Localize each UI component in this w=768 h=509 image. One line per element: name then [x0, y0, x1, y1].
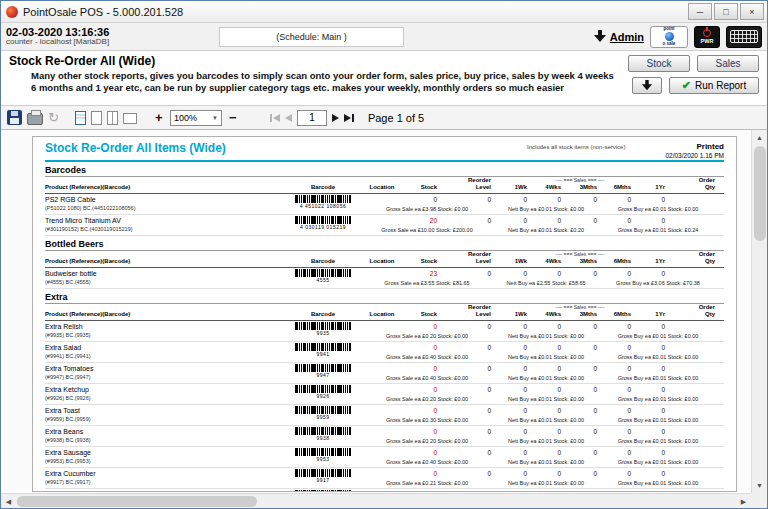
scroll-left-button[interactable]: ◀ — [1, 494, 16, 508]
nett-buy-text: Nett Buy ea £0.01 Stock: £0.00 — [493, 416, 599, 425]
barcode-image — [295, 322, 351, 330]
sales-1wk-value: 0 — [493, 490, 529, 492]
gross-buy-text: Gross Buy ea £0.01 Stock: £0.00 — [599, 416, 717, 425]
column-header-3mths: 3Mths — [563, 258, 599, 266]
close-button[interactable]: × — [740, 3, 764, 20]
vertical-scrollbar[interactable]: ▲ ▼ — [751, 130, 767, 493]
column-header-6mths: 6Mths — [599, 184, 633, 192]
scroll-right-button[interactable]: ▶ — [736, 494, 751, 508]
scroll-down-button[interactable]: ▼ — [752, 478, 767, 493]
pointosale-logo[interactable]: point o sale — [650, 26, 688, 48]
export-arrow-button[interactable] — [632, 77, 662, 94]
run-report-label: Run Report — [695, 80, 746, 91]
schedule-display: (Schedule: Main ) — [219, 27, 404, 47]
column-header-3mths: 3Mths — [563, 311, 599, 319]
table-row: Extra Tuna (#9965) BC.(9965) 9965 0 0 0 … — [45, 489, 724, 492]
barcode-cell: 9935 — [285, 322, 361, 341]
layout-two-page-icon[interactable] — [107, 111, 118, 125]
product-name: Budweiser bottle — [45, 269, 285, 278]
last-page-button[interactable] — [344, 114, 355, 122]
report-header-text: Stock Re-Order All (Wide) Many other sto… — [9, 54, 621, 103]
product-reference: (#4555) BC.(4555) — [45, 278, 285, 286]
gross-sale-text: Gross Sale ea £3.55 Stock: £81.65 — [361, 279, 493, 288]
barcode-image — [295, 216, 351, 224]
stock-value: 0 — [403, 448, 439, 458]
sales-1yr-value: 0 — [633, 427, 667, 437]
section-items: Budweiser bottle (#4555) BC.(4555) 4555 … — [45, 268, 724, 289]
barcode-cell: 4 451022 108056 — [285, 195, 361, 214]
column-header-3mths: 3Mths — [563, 184, 599, 192]
horizontal-scrollbar[interactable]: ◀ ▶ — [1, 493, 751, 508]
nett-buy-text: Nett Buy ea £0.01 Stock: £0.00 — [493, 458, 599, 467]
location-value — [361, 322, 403, 332]
stock-value: 0 — [403, 343, 439, 353]
layout-page-width-icon[interactable] — [123, 113, 137, 124]
reorder-level-value: 0 — [439, 427, 493, 437]
product-reference: (#9938) BC.(9938) — [45, 436, 285, 444]
vertical-scrollbar-thumb[interactable] — [754, 146, 766, 241]
report-body: Barcodes Reorder ---- === Sales === ----… — [45, 164, 724, 492]
column-header-product: Product (Reference)(Barcode) — [45, 184, 285, 192]
gross-sale-text: Gross Sale ea £10.00 Stock: £200.00 — [361, 226, 493, 235]
save-icon[interactable] — [7, 110, 22, 125]
stock-value: 23 — [403, 269, 439, 279]
product-cell: Extra Tomatoes (#9947) BC.(9947) — [45, 364, 285, 383]
section-title: Extra — [45, 291, 724, 304]
scroll-up-button[interactable]: ▲ — [752, 130, 767, 145]
order-qty-value — [667, 469, 717, 479]
order-qty-value — [667, 364, 717, 374]
gross-buy-text: Gross Buy ea £0.01 Stock: £0.00 — [599, 374, 717, 383]
admin-button[interactable]: Admin — [594, 30, 644, 43]
layout-continuous-icon[interactable] — [91, 111, 102, 125]
product-reference: (#9947) BC.(9947) — [45, 373, 285, 381]
barcode-image — [295, 385, 351, 393]
report-header: Stock Re-Order All (Wide) Many other sto… — [1, 51, 767, 106]
product-cell: Extra Tuna (#9965) BC.(9965) — [45, 490, 285, 492]
product-cell: Extra Relish (#9935) BC.(9935) — [45, 322, 285, 341]
stock-value: 0 — [403, 490, 439, 492]
table-row: Budweiser bottle (#4555) BC.(4555) 4555 … — [45, 268, 724, 289]
nett-buy-text: Nett Buy ea £0.01 Stock: £0.00 — [493, 332, 599, 341]
table-row: Extra Beans (#9938) BC.(9938) 9938 0 0 0… — [45, 426, 724, 447]
topbar: 02-03-2020 13:16:36 counter - localhost … — [1, 23, 767, 51]
first-page-button[interactable] — [269, 114, 280, 122]
stock-button[interactable]: Stock — [628, 55, 690, 72]
sales-1yr-value: 0 — [633, 469, 667, 479]
sales-1wk-value: 0 — [493, 364, 529, 374]
zoom-in-button[interactable]: + — [153, 110, 165, 125]
page-number-input[interactable] — [297, 110, 327, 126]
maximize-button[interactable]: □ — [714, 3, 738, 20]
keyboard-button[interactable] — [726, 26, 762, 48]
sales-3mths-value: 0 — [563, 364, 599, 374]
product-reference: (#9917) BC.(9917) — [45, 478, 285, 486]
minimize-button[interactable]: ─ — [688, 3, 712, 20]
order-qty-value — [667, 427, 717, 437]
next-page-button[interactable] — [332, 114, 339, 122]
print-icon[interactable] — [27, 113, 43, 125]
stock-value: 0 — [403, 195, 439, 205]
order-qty-value — [667, 195, 717, 205]
reorder-level-value: 0 — [439, 364, 493, 374]
sales-1wk-value: 0 — [493, 469, 529, 479]
zoom-level-select[interactable]: 100% ▼ — [170, 110, 222, 126]
sales-1wk-value: 0 — [493, 195, 529, 205]
barcode-cell: 9965 — [285, 490, 361, 492]
sales-1wk-value: 0 — [493, 406, 529, 416]
nett-buy-text: Nett Buy ea £0.01 Stock: £0.00 — [493, 205, 599, 214]
reorder-level-value: 0 — [439, 195, 493, 205]
order-qty-value — [667, 343, 717, 353]
layout-single-page-icon[interactable] — [75, 111, 86, 125]
barcode-digits: 4555 — [316, 277, 329, 283]
previous-page-button[interactable] — [285, 114, 292, 122]
barcode-digits: 9938 — [316, 435, 329, 441]
horizontal-scrollbar-thumb[interactable] — [17, 496, 257, 507]
report-includes-note: Includes all stock items (non-service) — [527, 144, 625, 150]
barcode-digits: 9926 — [316, 393, 329, 399]
refresh-icon[interactable]: ↻ — [48, 111, 59, 124]
table-row: Extra Cucumber (#9917) BC.(9917) 9917 0 … — [45, 468, 724, 489]
product-name: Extra Sausage — [45, 448, 285, 457]
zoom-out-button[interactable]: − — [227, 110, 239, 125]
run-report-button[interactable]: ✔ Run Report — [669, 77, 759, 94]
sales-button[interactable]: Sales — [697, 55, 759, 72]
power-button[interactable]: PWR — [694, 26, 720, 48]
